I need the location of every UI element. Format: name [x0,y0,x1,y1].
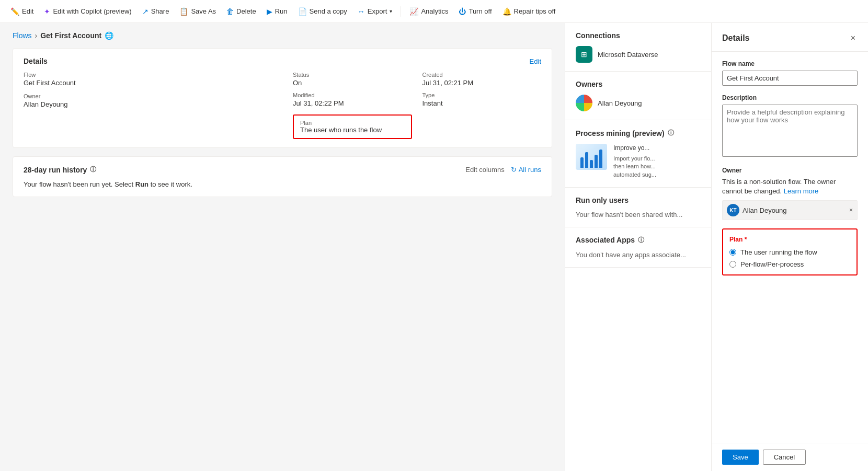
details-panel-footer: Save Cancel [712,443,868,471]
details-grid: Flow Get First Account Owner Allan Deyou… [24,72,541,139]
export-button[interactable]: ↔ Export ▾ [353,5,397,18]
bar-3 [590,160,593,168]
repair-tips-button[interactable]: 🔔 Repair tips off [498,5,560,18]
send-copy-icon: 📄 [298,7,307,16]
run-only-users-title: Run only users [576,196,701,204]
save-as-icon: 📋 [179,7,188,16]
type-item: Type Instant [422,92,542,107]
breadcrumb-current: Get First Account [40,31,101,40]
content-area: Flows › Get First Account 🌐 Details Edit… [0,23,565,471]
delete-button[interactable]: 🗑 Delete [222,5,260,18]
associated-apps-section: Associated Apps ⓘ You don't have any app… [565,227,711,268]
description-label: Description [722,94,858,101]
owner-item: Owner Allan Deyoung [24,93,272,108]
plan-item: Plan The user who runs the flow [293,112,412,139]
edit-copilot-button[interactable]: ✦ Edit with Copilot (preview) [40,5,135,18]
owner-tag: KT Allan Deyoung × [722,200,858,220]
analytics-button[interactable]: 📈 Analytics [405,5,452,18]
all-runs-button[interactable]: ↻ All runs [511,166,541,174]
export-icon: ↔ [358,7,365,16]
share-button[interactable]: ↗ Share [138,5,174,18]
plan-option-user-running[interactable]: The user running the flow [729,248,850,256]
breadcrumb: Flows › Get First Account 🌐 [13,31,552,40]
plan-required: * [743,236,747,243]
details-left: Flow Get First Account Owner Allan Deyou… [24,72,272,139]
modified-label: Modified [293,92,412,98]
plan-radio-per-flow[interactable] [729,261,736,268]
learn-more-link[interactable]: Learn more [784,187,818,195]
status-item: Status On [293,72,412,87]
modified-item: Modified Jul 31, 02:22 PM [293,92,412,107]
edit-columns-button[interactable]: Edit columns [465,166,504,174]
repair-tips-icon: 🔔 [502,7,511,16]
export-chevron: ▾ [390,8,392,14]
refresh-icon: ↻ [511,166,517,174]
cancel-button[interactable]: Cancel [763,450,806,465]
run-button[interactable]: ▶ Run [262,5,292,18]
send-copy-button[interactable]: 📄 Send a copy [294,5,351,18]
owners-section: Owners Allan Deyoung [565,72,711,120]
card-edit-button[interactable]: Edit [530,58,541,65]
connections-section: Connections ⊞ Microsoft Dataverse [565,23,711,72]
description-textarea[interactable] [722,105,858,157]
process-mining-title: Process mining (preview) ⓘ [576,129,701,137]
run-history-empty-message: Your flow hasn't been run yet. Select Ru… [24,180,541,188]
process-mining-section: Process mining (preview) ⓘ Improve yo...… [565,120,711,188]
connection-name: Microsoft Dataverse [598,51,658,59]
run-history-info-icon[interactable]: ⓘ [90,165,96,174]
bar-2 [585,152,588,168]
owner-item: Allan Deyoung [576,95,701,111]
run-history-card: 28-day run history ⓘ Edit columns ↻ All … [13,156,552,197]
run-only-users-section: Run only users Your flow hasn't been sha… [565,188,711,227]
turn-off-icon: ⏻ [459,7,466,16]
associated-apps-info-icon[interactable]: ⓘ [638,236,644,245]
save-button[interactable]: Save [722,450,759,465]
description-group: Description [722,94,858,158]
details-panel-title: Details [722,33,749,43]
flow-label: Flow [24,72,272,78]
plan-option-per-flow[interactable]: Per-flow/Per-process [729,260,850,268]
run-history-header: 28-day run history ⓘ Edit columns ↻ All … [24,165,541,174]
edit-button[interactable]: ✏️ Edit [6,5,38,18]
owner-description: This is a non-solution flow. The owner c… [722,177,858,196]
delete-icon: 🗑 [226,7,234,16]
bar-1 [580,157,584,168]
owner-remove-button[interactable]: × [849,206,853,214]
breadcrumb-separator: › [35,31,38,40]
process-mining-chart [576,144,607,170]
close-button[interactable]: × [849,31,858,45]
separator [401,6,401,17]
save-as-button[interactable]: 📋 Save As [175,5,220,18]
process-mining-text: Improve yo... Import your flo...then lea… [613,144,656,179]
flow-name-input[interactable] [722,71,858,86]
dataverse-icon: ⊞ [576,46,592,63]
plan-radio-user-running[interactable] [729,249,736,256]
owner-value: Allan Deyoung [24,100,272,108]
owner-field-label: Owner [722,167,858,174]
status-label: Status [293,72,412,78]
flow-value: Get First Account [24,79,272,87]
created-item: Created Jul 31, 02:21 PM [422,72,542,87]
owner-name: Allan Deyoung [598,99,642,107]
owner-tag-name: Allan Deyoung [743,206,846,214]
share-icon: ↗ [142,7,149,16]
analytics-icon: 📈 [409,7,418,16]
card-header: Details Edit [24,57,541,65]
breadcrumb-parent[interactable]: Flows [13,31,32,40]
globe-icon: 🌐 [105,31,113,40]
edit-icon: ✏️ [10,7,19,16]
process-mining-info-icon[interactable]: ⓘ [668,129,674,137]
flow-name-label: Flow name [722,60,858,67]
bar-4 [595,155,598,168]
associated-apps-title-row: Associated Apps ⓘ [576,236,701,245]
run-icon: ▶ [267,7,272,16]
card-title: Details [24,57,48,65]
details-panel: Details × Flow name Description Owner Th… [711,23,868,471]
created-value: Jul 31, 02:21 PM [422,79,542,87]
owner-group: Owner This is a non-solution flow. The o… [722,167,858,220]
turn-off-button[interactable]: ⏻ Turn off [454,5,496,18]
plan-section: Plan * The user running the flow Per-flo… [722,228,858,275]
connection-item: ⊞ Microsoft Dataverse [576,46,701,63]
owner-label: Owner [24,93,272,99]
toolbar: ✏️ Edit ✦ Edit with Copilot (preview) ↗ … [0,0,868,23]
